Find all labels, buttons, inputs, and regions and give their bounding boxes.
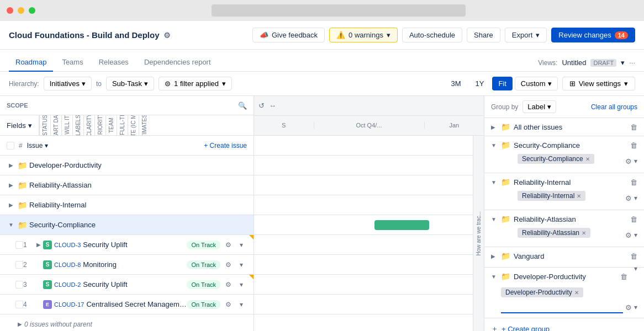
group-item-header[interactable]: ▼ 📁 Security-Compliance 🗑 <box>484 136 644 154</box>
tab-roadmap[interactable]: Roadmap <box>9 54 53 72</box>
gantt-bar[interactable] <box>374 220 429 230</box>
group-item-header[interactable]: ▼ 📁 Reliability-Atlassian 🗑 <box>484 210 644 228</box>
list-item[interactable]: ▶ 📁 Reliability-Internal <box>0 195 254 215</box>
search-icon[interactable]: 🔍 <box>238 102 247 110</box>
expand-icon[interactable]: ▶ <box>34 241 43 249</box>
row-checkbox[interactable] <box>15 281 23 289</box>
developer-tag-input[interactable] <box>501 302 623 313</box>
settings-icon[interactable]: ⚙ <box>223 259 234 270</box>
trash-icon[interactable]: 🗑 <box>630 252 637 260</box>
chevron-down-icon: ▾ <box>144 79 148 88</box>
give-feedback-button[interactable]: 📣 Give feedback <box>252 28 325 42</box>
group-item-header[interactable]: ▼ 📁 Developer-Porductivity 🗑 <box>484 268 634 285</box>
status-col-header: STATUS <box>39 115 50 135</box>
clear-all-groups-button[interactable]: Clear all groups <box>591 103 637 111</box>
chevron-down-icon[interactable]: ▾ <box>621 58 625 67</box>
expand-icon[interactable]: ▶ <box>7 181 15 190</box>
tab-releases[interactable]: Releases <box>92 54 135 72</box>
remove-tag-button[interactable]: ✕ <box>574 290 579 296</box>
expand-icon[interactable]: ▼ <box>7 221 15 229</box>
gear-icon[interactable]: ⚙ <box>163 31 171 40</box>
titlebar-search <box>212 4 466 17</box>
chevron-down-icon[interactable]: ▾ <box>634 194 637 202</box>
chevron-down-icon[interactable]: ▾ <box>236 259 247 270</box>
settings-icon[interactable]: ⚙ <box>223 239 234 250</box>
trash-icon[interactable]: 🗑 <box>630 215 637 223</box>
subtask-select[interactable]: Sub-Task ▾ <box>106 77 154 90</box>
settings-icon[interactable]: ⚙ <box>625 231 632 239</box>
settings-icon[interactable]: ⚙ <box>625 157 632 166</box>
custom-button[interactable]: Custom ▾ <box>515 77 558 90</box>
chevron-down-icon[interactable]: ▾ <box>634 157 637 166</box>
chevron-down-icon[interactable]: ▾ <box>634 303 637 312</box>
trash-icon[interactable]: 🗑 <box>620 273 627 281</box>
remove-tag-button[interactable]: ✕ <box>582 230 586 236</box>
issue-type-icon: S <box>43 280 52 289</box>
table-row[interactable]: 3 S CLOUD-2 Security Uplift On Track ⚙ ▾ <box>0 275 254 295</box>
remove-tag-button[interactable]: ✕ <box>585 156 590 162</box>
export-button[interactable]: Export ▾ <box>505 28 547 42</box>
table-row[interactable]: 2 S CLOUD-8 Monitoring On Track ⚙ ▾ <box>0 255 254 275</box>
fit-button[interactable]: Fit <box>492 77 512 90</box>
row-checkbox[interactable] <box>15 301 23 308</box>
settings-icon[interactable]: ⚙ <box>625 303 632 312</box>
label-button[interactable]: Label ▾ <box>522 100 556 113</box>
chevron-down-icon[interactable]: ▾ <box>236 239 247 250</box>
expand-icon[interactable]: ▶ <box>7 201 15 210</box>
list-item[interactable]: ▼ 📁 Security-Compliance <box>0 215 254 235</box>
tab-dependencies[interactable]: Dependencies report <box>138 54 218 72</box>
auto-schedule-button[interactable]: Auto-schedule <box>402 28 462 42</box>
issue-header: # Issue ▾ + Create issue <box>0 136 254 156</box>
chevron-down-icon[interactable]: ▾ <box>236 279 247 290</box>
create-issue-button[interactable]: + Create issue <box>204 142 247 150</box>
status-badge: On Track <box>187 260 220 269</box>
no-parent-row[interactable]: ▶ 0 issues without parent <box>0 314 254 331</box>
issue-type-icon: S <box>43 241 52 249</box>
minimize-button[interactable] <box>18 7 24 14</box>
gantt-row <box>254 314 473 331</box>
row-checkbox[interactable] <box>15 261 23 269</box>
expand-icon[interactable]: ▶ <box>7 161 15 170</box>
remove-tag-button[interactable]: ✕ <box>577 193 581 199</box>
expand-icon[interactable]: ▶ <box>15 320 24 329</box>
share-button[interactable]: Share <box>467 28 500 42</box>
close-button[interactable] <box>7 7 13 14</box>
settings-icon[interactable]: ⚙ <box>625 194 632 202</box>
expand-icon[interactable]: ↔ <box>269 102 276 110</box>
folder-icon: 📁 <box>18 181 27 190</box>
chevron-down-icon[interactable]: ▾ <box>634 231 637 239</box>
gantt-period-oct: Oct Q4/... <box>314 122 425 129</box>
warnings-button[interactable]: ⚠️ 0 warnings ▾ <box>329 28 398 42</box>
tab-teams[interactable]: Teams <box>55 54 89 72</box>
maximize-button[interactable] <box>29 7 35 14</box>
3m-button[interactable]: 3M <box>445 77 467 90</box>
issue-col-header[interactable]: Issue ▾ <box>27 142 200 150</box>
settings-icon[interactable]: ⚙ <box>223 299 234 310</box>
trash-icon[interactable]: 🗑 <box>630 123 637 131</box>
group-item-header[interactable]: ▶ 📁 All other issues 🗑 <box>484 118 644 136</box>
review-changes-button[interactable]: Review changes 14 <box>551 28 635 42</box>
list-item[interactable]: ▶ 📁 Reliability-Atlassian <box>0 175 254 195</box>
filter-button[interactable]: ⊜ 1 filter applied ▾ <box>159 77 232 90</box>
more-options-icon[interactable]: ··· <box>629 58 635 67</box>
create-group-button[interactable]: ＋ + Create group <box>484 318 644 331</box>
fields-button[interactable]: Fields ▾ <box>0 115 39 135</box>
table-row[interactable]: 4 E CLOUD-17 Centralised Secret Manageme… <box>0 295 254 314</box>
folder-icon: 📁 <box>501 122 510 131</box>
table-row[interactable]: 1 ▶ S CLOUD-3 Security Uplift On Track ⚙… <box>0 235 254 255</box>
group-item-header[interactable]: ▼ 📁 Reliability-Internal 🗑 <box>484 173 644 191</box>
chevron-down-icon[interactable]: ▾ <box>236 299 247 310</box>
trash-icon[interactable]: 🗑 <box>630 141 637 150</box>
start-date-col-header: START DATE <box>50 115 61 135</box>
select-all-checkbox[interactable] <box>7 142 14 150</box>
chevron-down-icon[interactable]: ▾ <box>634 265 637 273</box>
settings-icon[interactable]: ⚙ <box>223 279 234 290</box>
group-item-header[interactable]: ▶ 📁 Vanguard 🗑 <box>484 247 644 265</box>
list-item[interactable]: ▶ 📁 Developer-Porductivity <box>0 156 254 175</box>
refresh-icon[interactable]: ↺ <box>258 102 265 110</box>
row-checkbox[interactable] <box>15 241 23 249</box>
1y-button[interactable]: 1Y <box>469 77 490 90</box>
hierarchy-select[interactable]: Initiatives ▾ <box>44 77 92 90</box>
view-settings-button[interactable]: ⊞ View settings ▾ <box>562 77 635 90</box>
trash-icon[interactable]: 🗑 <box>630 178 637 186</box>
